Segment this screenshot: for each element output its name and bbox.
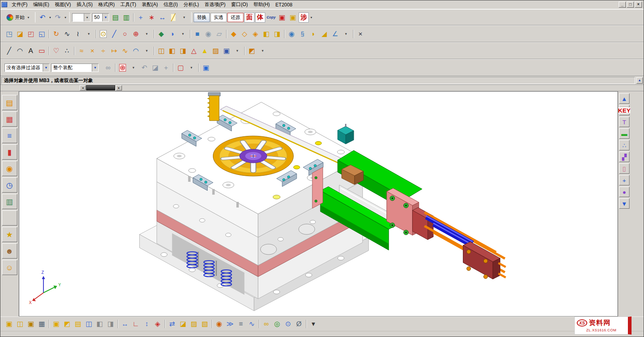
display-style-caret[interactable]: ▾ — [84, 14, 90, 21]
more-tools-dropdown[interactable]: ▾ — [257, 45, 268, 56]
block-icon[interactable]: ■ — [192, 29, 203, 39]
process-studio-icon[interactable]: ▥ — [2, 194, 17, 209]
arrangements-icon[interactable]: ≡ — [235, 319, 246, 329]
iso-view-cube-icon[interactable]: ▣ — [200, 62, 211, 73]
extrude-icon[interactable]: ◆ — [156, 29, 167, 39]
gear-rack[interactable] — [207, 92, 220, 121]
edit-suppression-icon[interactable]: ◨ — [105, 319, 116, 329]
assembly-navigator-icon[interactable]: ▤ — [2, 95, 17, 110]
menu-format[interactable]: 格式(R) — [95, 0, 118, 9]
snap-point-tool-icon[interactable]: ∗ — [146, 12, 157, 23]
deformable-part-icon[interactable]: ▧ — [199, 319, 210, 329]
mold-assembly[interactable] — [140, 92, 506, 311]
component-window-icon[interactable]: ▣ — [25, 319, 36, 329]
palette-icon[interactable] — [2, 210, 17, 226]
start-dropdown-caret[interactable]: ▾ — [26, 12, 31, 23]
substitute-shape-icon[interactable]: ▨ — [188, 319, 199, 329]
studio-spline-icon[interactable]: ♡ — [51, 45, 62, 56]
divide-curve-icon[interactable]: ÷ — [98, 45, 109, 56]
scroll-left-button[interactable]: ◂ — [80, 85, 86, 90]
reuse-library-icon[interactable]: ▮ — [2, 144, 17, 160]
interpart-modeling-icon[interactable]: ∞ — [261, 319, 272, 329]
tube-tool-icon[interactable]: ▯ — [619, 163, 630, 174]
graphics-viewport[interactable]: Z Y X — [19, 91, 618, 316]
detail-dropdown[interactable]: ▾ — [341, 29, 351, 39]
close-button[interactable]: × — [635, 2, 642, 8]
join-curve-icon[interactable]: ⊙ — [98, 29, 109, 39]
curve-length-icon[interactable]: ↦ — [109, 45, 120, 56]
menu-edit[interactable]: 编辑(E) — [30, 0, 52, 9]
ruler-dropdown[interactable]: ▾ — [179, 12, 190, 23]
datum-csys-icon[interactable]: ◱ — [36, 29, 47, 39]
weight-management-icon[interactable]: Ø — [293, 319, 304, 329]
project-curve-icon[interactable]: ◫ — [156, 45, 167, 56]
redo-dropdown[interactable]: ▾ — [63, 12, 68, 23]
undo-dropdown[interactable]: ▾ — [48, 12, 52, 23]
redo-button[interactable]: ↷ — [52, 12, 63, 23]
scroll-thumb[interactable] — [86, 85, 115, 90]
trim-body-icon[interactable]: ◧ — [261, 29, 272, 39]
combine-curve-icon[interactable]: ◧ — [167, 45, 178, 56]
point-cloud-icon[interactable]: ∴ — [62, 45, 72, 56]
menu-help[interactable]: 帮助(H) — [251, 0, 273, 9]
display-style-dropdown[interactable]: ▾ — [72, 13, 91, 22]
smooth-curve-icon[interactable]: ∿ — [120, 45, 130, 56]
patch-surface-icon[interactable]: ▲ — [199, 45, 210, 56]
wave-link-icon[interactable]: ∿ — [246, 319, 257, 329]
chamfer-icon[interactable]: ◢ — [319, 29, 330, 39]
revolve-icon[interactable]: ◑ — [167, 29, 178, 39]
wade-dropdown[interactable]: ▾ — [309, 12, 314, 23]
undo-button[interactable]: ↶ — [37, 12, 48, 23]
rect-select-dropdown[interactable]: ▾ — [186, 62, 197, 73]
menu-analysis[interactable]: 分析(L) — [181, 0, 202, 9]
thread-icon[interactable]: § — [297, 29, 308, 39]
groups-icon[interactable]: ☻ — [2, 243, 17, 259]
mold-tool-icon[interactable]: ▞ — [619, 152, 630, 162]
gold-cube-icon[interactable]: ▣ — [287, 12, 298, 23]
curve-edit-dropdown[interactable]: ▾ — [141, 45, 152, 56]
selection-scope-caret[interactable]: ▼ — [92, 64, 98, 72]
selection-filter-caret[interactable]: ▼ — [43, 64, 49, 72]
clearance-analysis-icon[interactable]: ◎ — [272, 319, 283, 329]
blob-tool-icon[interactable]: ● — [619, 187, 630, 197]
restore-button[interactable]: □ — [627, 2, 634, 8]
collapse-assembly-icon[interactable]: ▦ — [36, 319, 47, 329]
assembly-dropdown[interactable]: ▾ — [308, 319, 319, 329]
orbit-view-icon[interactable]: ↶ — [139, 62, 150, 73]
bridge-curve-icon[interactable]: ◠ — [130, 45, 141, 56]
restore-display-button[interactable]: 还原 — [227, 13, 244, 22]
split-body-icon[interactable]: ◨ — [272, 29, 283, 39]
pattern-component-icon[interactable]: ▤ — [72, 319, 83, 329]
intersect-icon[interactable]: ◈ — [250, 29, 261, 39]
limit-switch-block[interactable] — [338, 124, 354, 144]
spline-icon[interactable]: ∿ — [62, 29, 72, 39]
selection-filter-dropdown[interactable]: 没有选择过滤器▼ — [4, 64, 50, 72]
body-button[interactable]: 体 — [255, 12, 265, 23]
interpart-link-icon[interactable]: ∞ — [103, 62, 114, 73]
assembly-constraints-icon[interactable]: ∟ — [130, 319, 141, 329]
wrap-curve-icon[interactable]: ◨ — [178, 45, 188, 56]
scroll-up-icon[interactable]: ▲ — [619, 93, 630, 104]
suppress-component-icon[interactable]: ◧ — [94, 319, 105, 329]
measure-distance-icon[interactable]: ↔ — [157, 12, 168, 23]
menu-preferences[interactable]: 首选项(P) — [202, 0, 228, 9]
part-navigator-icon[interactable]: ≡ — [2, 128, 17, 143]
menu-tools[interactable]: 工具(T) — [118, 0, 139, 9]
line-tool-icon[interactable]: ╱ — [4, 45, 14, 56]
web-browser-icon[interactable]: ◉ — [2, 161, 17, 176]
selection-scope-dropdown[interactable]: 整个装配▼ — [51, 64, 99, 72]
draft-icon[interactable]: ∠ — [330, 29, 341, 39]
wade-button[interactable]: 涉 — [299, 12, 309, 23]
rotary-disk[interactable] — [213, 136, 293, 176]
scroll-right-button[interactable]: ▸ — [116, 85, 122, 90]
zoom-caret[interactable]: ▼ — [102, 14, 109, 21]
history-icon[interactable]: ◷ — [2, 177, 17, 193]
line-icon[interactable]: ╱ — [109, 29, 120, 39]
mirror-assembly-icon[interactable]: ◫ — [83, 319, 94, 329]
contacts-icon[interactable]: ☺ — [2, 260, 17, 275]
sew-surface-icon[interactable]: △ — [188, 45, 199, 56]
surface-dropdown[interactable]: ▾ — [232, 45, 243, 56]
shape-dropdown[interactable]: ▾ — [178, 29, 188, 39]
freeform-curve-icon[interactable]: ≀ — [72, 29, 83, 39]
replace-component-icon[interactable]: ⇄ — [167, 319, 178, 329]
